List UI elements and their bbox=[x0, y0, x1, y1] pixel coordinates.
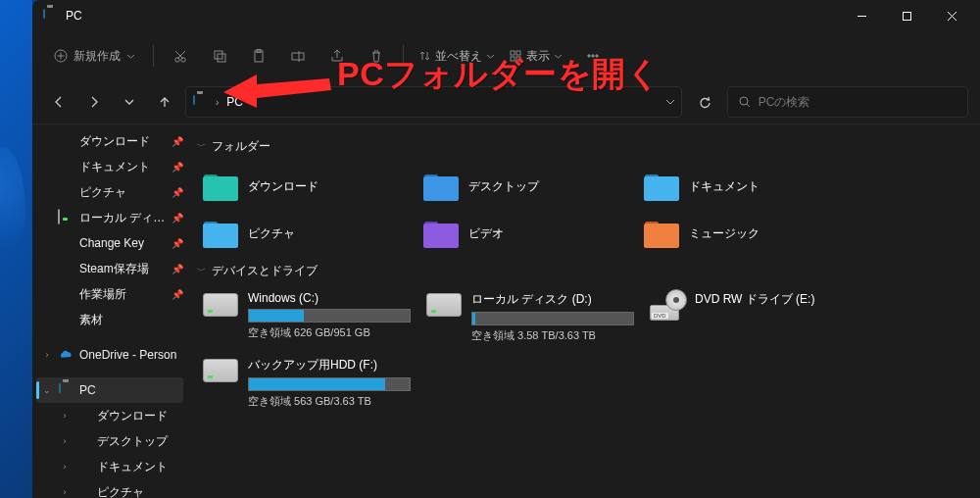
folder-icon bbox=[58, 133, 74, 149]
nav-item[interactable]: ピクチャ 📌 bbox=[32, 179, 187, 205]
folder-label: ビデオ bbox=[468, 225, 504, 242]
up-button[interactable] bbox=[150, 87, 179, 117]
svg-point-27 bbox=[740, 97, 748, 105]
chevron-down-icon bbox=[126, 52, 135, 61]
content-pane[interactable]: ﹀ フォルダー ↓ ダウンロード デスクトップ ≣ ドキュメント bbox=[187, 124, 980, 498]
group-header-drives[interactable]: ﹀ デバイスとドライブ bbox=[195, 257, 980, 287]
folder-icon: ▣ bbox=[203, 216, 238, 251]
drive-item[interactable]: Windows (C:) 空き領域 626 GB/951 GB bbox=[195, 287, 418, 353]
sort-label: 並べ替え bbox=[435, 48, 482, 65]
folder-icon bbox=[58, 261, 74, 276]
sort-button[interactable]: 並べ替え bbox=[412, 42, 501, 71]
nav-pane[interactable]: ダウンロード 📌 ドキュメント 📌 ピクチャ 📌 ローカル ディスク 📌 Cha… bbox=[32, 124, 187, 498]
nav-label: デスクトップ bbox=[97, 433, 183, 450]
search-box[interactable] bbox=[727, 86, 968, 118]
drive-icon bbox=[203, 359, 238, 382]
nav-label: OneDrive - Person bbox=[79, 348, 183, 362]
nav-label: ダウンロード bbox=[79, 133, 166, 150]
breadcrumb-chevron-icon[interactable]: › bbox=[251, 97, 254, 108]
pin-icon: 📌 bbox=[172, 187, 183, 198]
folder-icon bbox=[58, 184, 74, 200]
drive-name: DVD RW ドライブ (E:) bbox=[695, 291, 858, 308]
folder-item[interactable]: ↓ ダウンロード bbox=[195, 163, 416, 210]
drive-name: バックアップ用HDD (F:) bbox=[248, 357, 411, 374]
nav-item[interactable]: 作業場所 📌 bbox=[32, 281, 187, 307]
maximize-button[interactable] bbox=[884, 0, 929, 31]
nav-item[interactable]: › ピクチャ bbox=[32, 479, 187, 498]
search-input[interactable] bbox=[759, 95, 957, 109]
address-bar[interactable]: › PC › bbox=[185, 86, 682, 118]
nav-item[interactable]: Change Key 📌 bbox=[32, 230, 187, 256]
new-button[interactable]: 新規作成 bbox=[44, 42, 145, 71]
chevron-down-icon bbox=[486, 52, 495, 61]
share-button[interactable] bbox=[318, 39, 356, 73]
nav-item[interactable]: ローカル ディスク 📌 bbox=[32, 205, 187, 230]
svg-rect-20 bbox=[516, 51, 520, 55]
drive-grid: Windows (C:) 空き領域 626 GB/951 GB ローカル ディス… bbox=[195, 287, 980, 419]
nav-label: 作業場所 bbox=[79, 286, 166, 303]
toolbar-divider bbox=[403, 45, 404, 67]
folder-item[interactable]: ≣ ドキュメント bbox=[636, 163, 857, 210]
chevron-right-icon: › bbox=[60, 411, 70, 421]
recent-button[interactable] bbox=[115, 87, 144, 117]
nav-item[interactable]: › ダウンロード bbox=[32, 403, 187, 428]
chevron-down-icon: ﹀ bbox=[197, 140, 206, 153]
copy-button[interactable] bbox=[201, 39, 238, 73]
close-button[interactable] bbox=[929, 0, 974, 31]
svg-rect-11 bbox=[215, 51, 222, 59]
pc-icon bbox=[192, 94, 208, 110]
toolbar-divider bbox=[153, 45, 154, 67]
drive-icon bbox=[203, 293, 238, 317]
nav-item[interactable]: 素材 bbox=[32, 307, 187, 332]
folder-item[interactable]: ♪ ミュージック bbox=[636, 210, 857, 257]
nav-item[interactable]: ダウンロード 📌 bbox=[32, 128, 187, 154]
paste-button[interactable] bbox=[240, 39, 277, 73]
cut-button[interactable] bbox=[162, 39, 199, 73]
breadcrumb-segment[interactable]: PC bbox=[226, 95, 243, 109]
folder-icon bbox=[75, 433, 91, 449]
folder-icon bbox=[75, 408, 91, 423]
nav-item-onedrive[interactable]: › OneDrive - Person bbox=[32, 342, 187, 368]
folder-label: ドキュメント bbox=[689, 178, 760, 195]
breadcrumb-chevron-icon[interactable]: › bbox=[216, 97, 219, 108]
drive-item[interactable]: DVD DVD RW ドライブ (E:) bbox=[642, 287, 865, 353]
more-button[interactable] bbox=[574, 39, 612, 73]
delete-button[interactable] bbox=[358, 39, 395, 73]
search-icon bbox=[738, 95, 751, 109]
svg-rect-15 bbox=[292, 53, 304, 60]
nav-label: PC bbox=[79, 383, 179, 397]
nav-item[interactable]: ドキュメント 📌 bbox=[32, 154, 187, 179]
capacity-bar bbox=[471, 312, 634, 325]
address-dropdown-icon[interactable] bbox=[665, 97, 675, 107]
nav-item[interactable]: Steam保存場 📌 bbox=[32, 256, 187, 281]
rename-button[interactable] bbox=[279, 39, 317, 73]
pin-icon: 📌 bbox=[172, 289, 183, 300]
command-bar: 新規作成 並べ替え 表示 bbox=[32, 31, 980, 80]
nav-label: Change Key bbox=[79, 236, 166, 250]
folder-item[interactable]: ▶ ビデオ bbox=[416, 210, 636, 257]
minimize-button[interactable] bbox=[839, 0, 884, 31]
refresh-button[interactable] bbox=[688, 86, 721, 118]
drive-name: Windows (C:) bbox=[248, 291, 411, 305]
forward-button[interactable] bbox=[79, 87, 109, 117]
svg-rect-12 bbox=[218, 54, 225, 62]
nav-item[interactable]: › ドキュメント bbox=[32, 454, 187, 479]
nav-label: ドキュメント bbox=[79, 159, 166, 175]
drive-item[interactable]: バックアップ用HDD (F:) 空き領域 563 GB/3.63 TB bbox=[195, 353, 418, 419]
folder-item[interactable]: デスクトップ bbox=[416, 163, 636, 210]
chevron-right-icon: › bbox=[60, 436, 70, 446]
back-button[interactable] bbox=[44, 87, 74, 117]
sort-icon bbox=[417, 49, 431, 63]
drive-free-text: 空き領域 3.58 TB/3.63 TB bbox=[471, 328, 634, 343]
nav-item-pc[interactable]: ⌄ PC bbox=[36, 377, 183, 403]
drive-item[interactable]: ローカル ディスク (D:) 空き領域 3.58 TB/3.63 TB bbox=[418, 287, 642, 353]
view-button[interactable]: 表示 bbox=[503, 42, 568, 71]
view-label: 表示 bbox=[526, 48, 550, 65]
group-header-folders[interactable]: ﹀ フォルダー bbox=[195, 132, 980, 163]
folder-item[interactable]: ▣ ピクチャ bbox=[195, 210, 416, 257]
nav-item[interactable]: › デスクトップ bbox=[32, 428, 187, 454]
dvd-drive-icon: DVD bbox=[650, 293, 685, 321]
plus-circle-icon bbox=[54, 49, 68, 63]
folder-icon bbox=[58, 235, 74, 251]
folder-icon: ▶ bbox=[423, 216, 459, 251]
